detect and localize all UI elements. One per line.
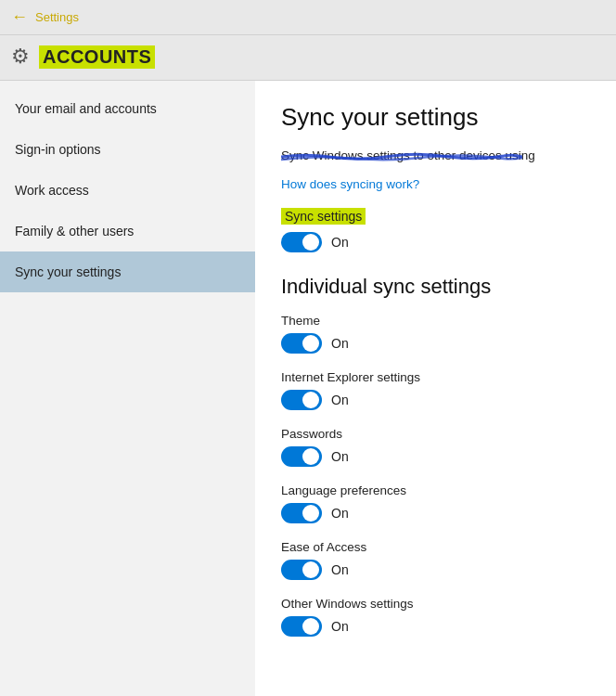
sidebar: Your email and accounts Sign-in options …	[0, 81, 255, 696]
setting-other-state: On	[331, 619, 349, 634]
setting-language-state: On	[331, 506, 349, 521]
setting-ease-toggle[interactable]	[281, 560, 322, 580]
setting-theme: Theme On	[281, 314, 590, 354]
description-text: Sync Windows settings to other devices u…	[281, 148, 535, 162]
setting-language-toggle-row: On	[281, 503, 590, 523]
setting-passwords-state: On	[331, 449, 349, 464]
description-container: Sync Windows settings to other devices u…	[281, 147, 590, 166]
setting-language-toggle[interactable]	[281, 503, 322, 523]
sync-settings-toggle-row: On	[281, 232, 590, 252]
right-panel: Sync your settings Sync Windows settings…	[255, 81, 616, 696]
sidebar-item-sync[interactable]: Sync your settings	[0, 251, 255, 292]
settings-link[interactable]: Settings	[35, 10, 79, 24]
sync-page-title: Sync your settings	[281, 103, 590, 132]
sync-settings-toggle-label: On	[331, 235, 349, 250]
sync-settings-label-wrapper: Sync settings	[281, 208, 590, 232]
top-bar: ← Settings	[0, 0, 616, 35]
setting-ease-toggle-row: On	[281, 560, 590, 580]
setting-other-label: Other Windows settings	[281, 597, 590, 611]
setting-ease: Ease of Access On	[281, 540, 590, 580]
setting-ie: Internet Explorer settings On	[281, 370, 590, 410]
setting-theme-toggle-row: On	[281, 333, 590, 354]
setting-other: Other Windows settings On	[281, 597, 590, 637]
individual-sync-title: Individual sync settings	[281, 275, 590, 299]
sidebar-item-family[interactable]: Family & other users	[0, 211, 255, 251]
sidebar-item-signin[interactable]: Sign-in options	[0, 129, 255, 170]
main-content: Your email and accounts Sign-in options …	[0, 81, 616, 696]
setting-theme-state: On	[331, 336, 349, 351]
back-button[interactable]: ←	[11, 7, 28, 27]
setting-ease-state: On	[331, 562, 349, 577]
setting-other-toggle-row: On	[281, 616, 590, 637]
setting-ie-label: Internet Explorer settings	[281, 370, 590, 384]
sidebar-item-email[interactable]: Your email and accounts	[0, 88, 255, 129]
page-title: ACCOUNTS	[39, 45, 155, 69]
sidebar-item-work[interactable]: Work access	[0, 170, 255, 211]
setting-language: Language preferences On	[281, 483, 590, 523]
setting-language-label: Language preferences	[281, 483, 590, 497]
sync-settings-toggle[interactable]	[281, 232, 322, 252]
setting-passwords-toggle[interactable]	[281, 446, 322, 467]
setting-theme-label: Theme	[281, 314, 590, 328]
setting-ease-label: Ease of Access	[281, 540, 590, 554]
setting-ie-toggle-row: On	[281, 390, 590, 410]
sync-settings-label: Sync settings	[281, 208, 366, 225]
setting-passwords-label: Passwords	[281, 427, 590, 441]
setting-other-toggle[interactable]	[281, 616, 322, 637]
setting-ie-state: On	[331, 393, 349, 407]
how-does-link[interactable]: How does syncing work?	[281, 177, 590, 191]
gear-icon: ⚙	[11, 45, 30, 69]
setting-passwords: Passwords On	[281, 427, 590, 467]
setting-ie-toggle[interactable]	[281, 390, 322, 410]
setting-passwords-toggle-row: On	[281, 446, 590, 467]
setting-theme-toggle[interactable]	[281, 333, 322, 354]
page-header: ⚙ ACCOUNTS	[0, 35, 616, 81]
